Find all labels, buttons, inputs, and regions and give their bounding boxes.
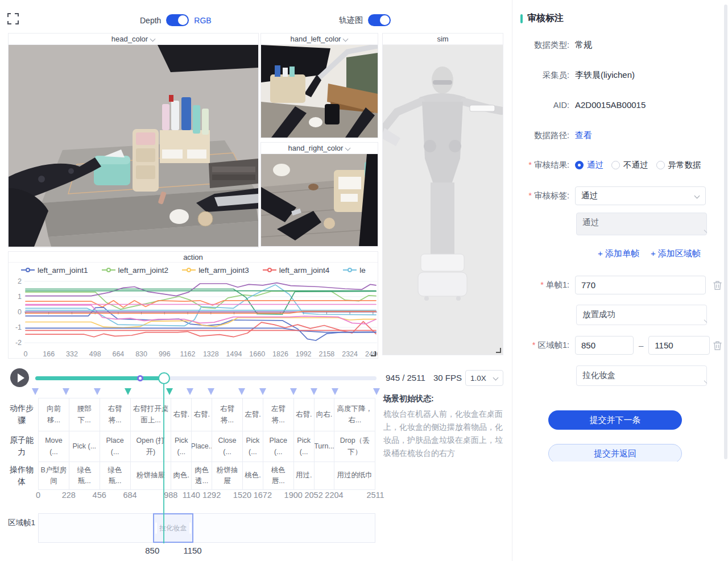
table-cell[interactable]: [314, 462, 334, 489]
add-region-frame-link[interactable]: + 添加区域帧: [651, 248, 701, 259]
add-frame-links: + 添加单帧 + 添加区域帧: [598, 248, 701, 259]
resize-handle-icon[interactable]: [371, 351, 376, 356]
head-camera-selector[interactable]: head_color: [9, 34, 258, 45]
timeline-marker[interactable]: [311, 388, 317, 398]
submit-return-button[interactable]: 提交并返回: [548, 444, 682, 462]
chevron-down-icon: [695, 193, 700, 197]
table-cell[interactable]: Turn...: [314, 431, 334, 462]
timeline-marker[interactable]: [332, 388, 338, 398]
table-cell[interactable]: 粉饼抽屉: [212, 462, 242, 489]
table-cell[interactable]: 右臂.: [171, 398, 191, 431]
slider-handle[interactable]: [158, 372, 170, 384]
result-radio-通过[interactable]: 通过: [575, 160, 603, 171]
table-cell[interactable]: 肉色透...: [191, 462, 212, 489]
table-cell[interactable]: 绿色瓶...: [69, 462, 100, 489]
timeline-marker[interactable]: [94, 388, 101, 398]
data-path-view-link[interactable]: 查看: [575, 130, 592, 141]
timeline-marker[interactable]: [259, 388, 266, 398]
table-cell[interactable]: 用过.: [293, 462, 314, 489]
table-cell[interactable]: Move (...: [38, 431, 69, 462]
resize-handle-icon[interactable]: [496, 348, 501, 353]
timeline-marker[interactable]: [238, 388, 245, 398]
table-cell[interactable]: Place (...: [263, 431, 293, 462]
region-frame-note[interactable]: 拉化妆盒: [576, 365, 707, 386]
single-frame-marker-dot[interactable]: [137, 375, 143, 381]
table-cell[interactable]: 绿色瓶...: [100, 462, 130, 489]
table-cell[interactable]: Pick (...: [293, 431, 314, 462]
table-cell[interactable]: 右臂.: [293, 398, 314, 431]
region-end-input[interactable]: [648, 336, 710, 355]
svg-text:1992: 1992: [296, 350, 312, 358]
table-cell[interactable]: 右臂将...: [212, 398, 242, 431]
review-tag-note[interactable]: 通过: [576, 213, 707, 235]
region-track[interactable]: 拉化妆盒: [38, 513, 375, 543]
timeline-marker[interactable]: [166, 388, 173, 398]
legend-item[interactable]: left_arm_joint4: [263, 266, 330, 275]
head-camera-title: head_color: [111, 35, 148, 43]
table-cell[interactable]: 左臂.: [242, 398, 263, 431]
table-cell[interactable]: 桃色唇...: [263, 462, 293, 489]
table-cell[interactable]: 肉色.: [171, 462, 191, 489]
table-cell[interactable]: 腰部下...: [69, 398, 100, 431]
table-cell[interactable]: Place..: [191, 431, 212, 462]
table-cell[interactable]: 粉饼抽屉: [130, 462, 171, 489]
single-frame-note[interactable]: 放置成功: [576, 305, 707, 325]
panel-scrollbar[interactable]: [724, 5, 727, 459]
play-button[interactable]: [10, 368, 29, 387]
table-cell[interactable]: 用过的纸巾: [334, 462, 375, 489]
table-cell[interactable]: 高度下降，右...: [334, 398, 375, 431]
table-cell[interactable]: Close (...: [212, 431, 242, 462]
playhead-line[interactable]: [163, 384, 164, 543]
table-cell[interactable]: Place (...: [100, 431, 130, 462]
legend-item[interactable]: left_arm_joint3: [182, 266, 249, 275]
fullscreen-icon[interactable]: [7, 13, 19, 25]
add-single-frame-link[interactable]: + 添加单帧: [598, 248, 639, 259]
region-start-input[interactable]: [575, 336, 634, 355]
table-cell[interactable]: Pick (...: [242, 431, 263, 462]
timeline-marker[interactable]: [208, 388, 214, 398]
table-cell[interactable]: 左臂将...: [263, 398, 293, 431]
submit-next-button[interactable]: 提交并下一条: [548, 410, 682, 430]
single-frame-input[interactable]: [575, 276, 706, 294]
action-line-chart[interactable]: 210-1-2016633249866483099611621328149416…: [9, 277, 378, 359]
trash-icon[interactable]: [713, 340, 723, 351]
region-segment[interactable]: 拉化妆盒: [153, 513, 193, 543]
table-cell[interactable]: 桃色.: [242, 462, 263, 489]
result-radio-异常数据[interactable]: 异常数据: [656, 160, 701, 171]
table-cell[interactable]: 右臂.: [191, 398, 212, 431]
timeline-marker[interactable]: [187, 388, 193, 398]
review-tag-value: 通过: [581, 190, 598, 201]
table-cell[interactable]: 向右.: [314, 398, 334, 431]
result-radio-不通过[interactable]: 不通过: [611, 160, 648, 171]
hand-left-camera-selector[interactable]: hand_left_color: [261, 34, 378, 45]
table-cell[interactable]: Pick (...: [171, 431, 191, 462]
trash-icon[interactable]: [713, 280, 723, 290]
timeline-marker[interactable]: [290, 388, 297, 398]
table-cell[interactable]: Drop（丢下）: [334, 431, 375, 462]
chart-legend: left_arm_joint1left_arm_joint2left_arm_j…: [9, 263, 378, 277]
timeline-marker[interactable]: [125, 388, 131, 398]
legend-item[interactable]: left_arm_joint1: [21, 266, 88, 275]
legend-item[interactable]: le: [343, 266, 366, 275]
sim-robot-image[interactable]: [383, 45, 503, 355]
hand-right-camera-selector[interactable]: hand_right_color: [261, 143, 378, 154]
timeline-marker[interactable]: [63, 388, 69, 398]
table-cell[interactable]: Open (打开): [130, 431, 171, 462]
speed-select[interactable]: 1.0X: [465, 370, 503, 386]
review-tag-select[interactable]: 通过: [575, 186, 706, 205]
playback-slider[interactable]: [35, 376, 377, 380]
frame-axis-label: 1140: [183, 491, 200, 500]
table-cell[interactable]: Pick (...: [69, 431, 100, 462]
svg-text:166: 166: [43, 350, 55, 358]
data-type-label: 数据类型:: [512, 40, 575, 51]
trajectory-switch[interactable]: [368, 14, 391, 26]
timeline-marker[interactable]: [32, 388, 39, 398]
table-cell[interactable]: 向前移...: [38, 398, 69, 431]
table-cell[interactable]: B户型房间: [38, 462, 69, 489]
depth-rgb-switch[interactable]: [166, 14, 189, 26]
table-cell[interactable]: 右臂将...: [100, 398, 130, 431]
timeline-marker[interactable]: [373, 388, 380, 398]
table-cell[interactable]: 右臂打开桌面上...: [130, 398, 171, 431]
collector-row: 采集员: 李轶晨(liyichen): [512, 70, 728, 81]
legend-item[interactable]: left_arm_joint2: [102, 266, 169, 275]
